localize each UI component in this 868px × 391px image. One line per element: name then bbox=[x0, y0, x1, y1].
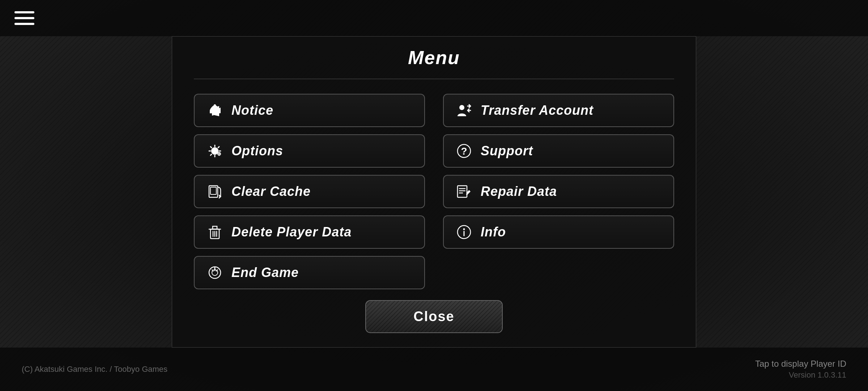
bottom-bar: (C) Akatsuki Games Inc. / Toobyo Games T… bbox=[0, 348, 868, 391]
support-button[interactable]: ? Support bbox=[443, 134, 674, 168]
notice-icon bbox=[205, 101, 224, 120]
svg-point-1 bbox=[459, 105, 464, 110]
notice-label: Notice bbox=[231, 103, 273, 118]
repair-data-label: Repair Data bbox=[481, 184, 557, 199]
end-game-icon bbox=[205, 263, 224, 282]
repair-data-icon bbox=[455, 182, 473, 201]
clear-cache-label: Clear Cache bbox=[231, 184, 311, 199]
clear-cache-icon bbox=[205, 182, 224, 201]
player-id-prompt[interactable]: Tap to display Player ID bbox=[755, 359, 846, 369]
info-icon bbox=[455, 223, 473, 241]
svg-point-2 bbox=[213, 149, 217, 153]
svg-rect-9 bbox=[458, 186, 467, 197]
delete-player-data-label: Delete Player Data bbox=[231, 224, 352, 240]
info-button[interactable]: Info bbox=[443, 215, 674, 249]
delete-player-data-icon bbox=[205, 223, 224, 241]
end-game-button[interactable]: End Game bbox=[194, 256, 425, 289]
button-grid: Notice Transfer Account bbox=[194, 94, 674, 289]
dialog-title-bar: Menu bbox=[194, 37, 674, 79]
notice-button[interactable]: Notice bbox=[194, 94, 425, 127]
transfer-account-label: Transfer Account bbox=[481, 103, 593, 118]
delete-player-data-button[interactable]: Delete Player Data bbox=[194, 215, 425, 249]
svg-point-0 bbox=[214, 104, 216, 106]
info-label: Info bbox=[481, 224, 506, 240]
transfer-account-icon bbox=[455, 101, 473, 120]
close-button[interactable]: Close bbox=[365, 300, 503, 333]
svg-text:?: ? bbox=[461, 146, 467, 157]
svg-point-20 bbox=[463, 228, 465, 230]
transfer-account-button[interactable]: Transfer Account bbox=[443, 94, 674, 127]
end-game-label: End Game bbox=[231, 265, 299, 280]
menu-dialog: Menu Notice bbox=[172, 36, 696, 348]
options-icon bbox=[205, 142, 224, 160]
repair-data-button[interactable]: Repair Data bbox=[443, 175, 674, 208]
copyright-text: (C) Akatsuki Games Inc. / Toobyo Games bbox=[22, 365, 167, 374]
support-icon: ? bbox=[455, 142, 473, 160]
support-label: Support bbox=[481, 143, 533, 159]
version-text: Version 1.0.3.11 bbox=[789, 370, 846, 380]
close-area: Close bbox=[194, 300, 674, 333]
options-label: Options bbox=[231, 143, 283, 159]
clear-cache-button[interactable]: Clear Cache bbox=[194, 175, 425, 208]
close-label: Close bbox=[413, 309, 454, 324]
bottom-right: Tap to display Player ID Version 1.0.3.1… bbox=[755, 359, 846, 380]
dialog-title: Menu bbox=[408, 47, 460, 68]
top-bar bbox=[0, 0, 868, 36]
options-button[interactable]: Options bbox=[194, 134, 425, 168]
svg-rect-8 bbox=[210, 187, 216, 194]
hamburger-menu-button[interactable] bbox=[14, 11, 34, 25]
